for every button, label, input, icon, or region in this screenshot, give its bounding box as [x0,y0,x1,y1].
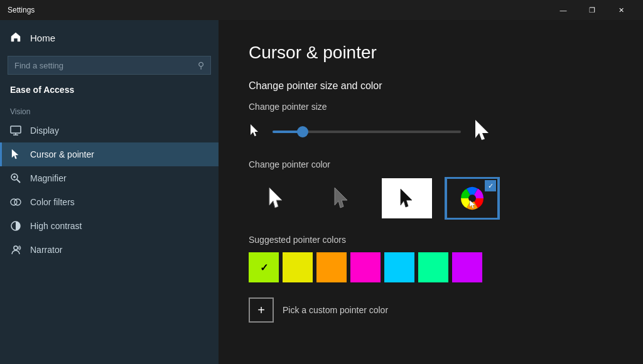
app-body: Home ⚲ Ease of Access Vision Display [0,20,643,364]
narrator-label: Narrator [30,245,62,255]
svg-rect-0 [11,126,21,133]
sidebar-item-high-contrast[interactable]: High contrast [0,214,219,238]
page-title: Cursor & pointer [249,43,613,63]
window-controls: — ❐ ✕ [549,0,635,20]
content-area: Cursor & pointer Change pointer size and… [219,20,643,364]
high-contrast-label: High contrast [30,221,82,231]
search-box[interactable]: ⚲ [8,56,211,75]
color-filters-icon [10,196,21,208]
sidebar: Home ⚲ Ease of Access Vision Display [0,20,219,364]
cursor-large-icon [473,119,492,144]
search-input[interactable] [14,61,193,70]
slider-thumb[interactable] [297,126,308,137]
custom-color-row: + Pick a custom pointer color [249,297,613,323]
app-title: Settings [8,6,549,14]
cursor-small-icon [249,124,260,140]
swatch-orange[interactable] [316,252,347,282]
magnifier-icon [10,173,21,184]
svg-point-7 [11,199,17,205]
custom-color-label: Pick a custom pointer color [283,305,388,315]
add-custom-color-button[interactable]: + [249,297,274,323]
swatch-magenta[interactable] [350,252,381,282]
cursor-color-custom[interactable]: ✓ [445,177,500,220]
svg-line-4 [17,179,20,183]
minimize-button[interactable]: — [549,0,578,20]
sidebar-item-display[interactable]: Display [0,119,219,142]
home-label: Home [30,33,55,43]
sidebar-item-narrator[interactable]: Narrator [0,238,219,262]
maximize-button[interactable]: ❐ [578,0,607,20]
color-filters-label: Color filters [30,197,75,207]
home-nav-item[interactable]: Home [0,20,219,53]
suggested-colors-row [249,252,613,282]
swatch-yellow[interactable] [283,252,313,282]
vision-section-label: Vision [0,102,219,119]
pointer-color-options: ✓ [249,177,613,220]
svg-point-8 [14,199,21,205]
titlebar: Settings — ❐ ✕ [0,0,643,20]
sidebar-item-cursor[interactable]: Cursor & pointer [0,142,219,166]
svg-point-10 [14,246,18,250]
sidebar-item-color-filters[interactable]: Color filters [0,190,219,214]
magnifier-label: Magnifier [30,173,67,183]
sidebar-item-magnifier[interactable]: Magnifier [0,166,219,190]
swatch-green[interactable] [418,252,448,282]
plus-icon: + [257,303,265,318]
display-icon [10,125,21,136]
pointer-size-slider[interactable] [273,131,461,133]
section-title: Change pointer size and color [249,80,613,92]
cursor-color-black[interactable] [314,177,369,220]
pointer-size-row [249,119,613,144]
close-button[interactable]: ✕ [607,0,635,20]
pointer-color-label: Change pointer color [249,159,613,169]
ease-of-access-label: Ease of Access [0,82,219,102]
cursor-color-inverted[interactable] [379,177,435,220]
swatch-purple[interactable] [452,252,482,282]
high-contrast-icon [10,220,21,232]
search-icon: ⚲ [198,60,204,70]
home-icon [10,31,21,45]
narrator-icon [10,244,21,255]
display-label: Display [30,126,59,136]
swatch-lime[interactable] [249,252,279,282]
suggested-colors-label: Suggested pointer colors [249,235,613,245]
cursor-icon [10,149,21,160]
pointer-size-label: Change pointer size [249,102,613,112]
swatch-cyan[interactable] [384,252,414,282]
cursor-color-white[interactable] [249,177,304,220]
selected-check: ✓ [485,180,496,191]
cursor-label: Cursor & pointer [30,149,94,159]
